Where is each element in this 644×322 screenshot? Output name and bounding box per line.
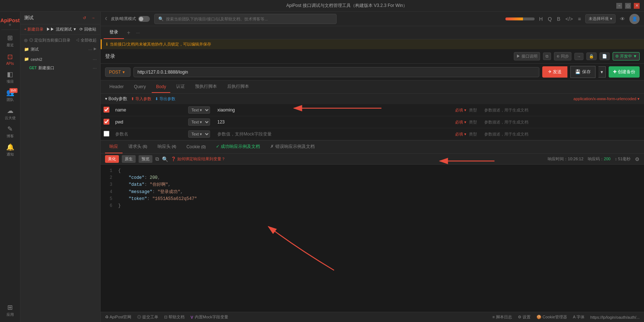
help-doc-link[interactable]: ⊡ 帮助文档 — [164, 314, 185, 320]
param-checkbox-name[interactable] — [104, 107, 109, 113]
save-dropdown-button[interactable]: ▾ — [598, 66, 606, 78]
toggle-switch[interactable] — [138, 16, 150, 22]
tab-pre-script[interactable]: 预执行脚本 — [191, 80, 221, 93]
apipost-website-link[interactable]: ♻ ApiPost官网 — [105, 314, 131, 320]
submit-issue-link[interactable]: ◎ 提交工单 — [137, 314, 158, 320]
tab-auth[interactable]: 认证 — [172, 80, 189, 93]
lock-btn[interactable]: 🔒 — [586, 52, 597, 60]
search-bar[interactable]: 🔍 — [154, 14, 337, 24]
raw-btn[interactable]: 原生 — [122, 155, 136, 163]
sidebar-item-notify[interactable]: 🔔 通知 — [1, 141, 19, 159]
sidebar-item-apis[interactable]: ⊡ APIs — [1, 50, 19, 68]
skin-toggle[interactable]: ☾ 皮肤/暗黑模式 — [105, 16, 150, 22]
api-desc-btn[interactable]: ▶ 接口说明 — [514, 52, 540, 60]
sidebar-item-project[interactable]: ◧ 项目 — [1, 68, 19, 86]
sidebar-item-recent[interactable]: ⊞ 最近 — [1, 32, 19, 50]
eye-icon-btn[interactable]: 👁 — [618, 15, 626, 23]
toolbar-code-btn[interactable]: </> — [564, 15, 574, 23]
locate-item[interactable]: ◎ ◎ 定位到当前接口目录 ◁ 全部收起 — [20, 36, 100, 44]
script-log-link[interactable]: ≡ 脚本日志 — [492, 314, 512, 320]
code-content-6: } — [118, 203, 121, 209]
copy-btn[interactable]: ⧉ — [543, 52, 551, 60]
sync-btn[interactable]: ⊕ 同步 — [554, 52, 571, 60]
url-input[interactable] — [133, 67, 539, 77]
resp-tab-error-example[interactable]: ✗ 错误响应示例及文档 — [266, 141, 319, 153]
minimize-button[interactable]: － — [616, 3, 622, 9]
sidebar-item-blog[interactable]: ✎ 博客 — [1, 123, 19, 141]
preview-btn[interactable]: 预览 — [139, 155, 152, 163]
resp-tab-cookie[interactable]: Cookie (0) — [182, 141, 210, 153]
resp-hint[interactable]: ❓ 如何绑定响应结果到变量？ — [171, 156, 225, 162]
forward-nav-button[interactable]: → — [90, 15, 97, 21]
new-api-more[interactable]: ··· — [93, 65, 97, 71]
flow-test-button[interactable]: ▶▶ 流程测试 ▼ — [46, 27, 77, 32]
content-type-label[interactable]: application/x-www-form-urlencoded ▾ — [574, 97, 640, 101]
send-button[interactable]: ✈ 发送 — [542, 66, 567, 78]
param-value-input-empty[interactable] — [217, 131, 449, 137]
chevron-icon[interactable]: ▶ — [94, 47, 97, 52]
resp-tab-reqheader[interactable]: 请求头 (6) — [124, 141, 152, 153]
recycle-button[interactable]: ⟳ 回收站 — [79, 27, 96, 32]
save-button[interactable]: 💾 保存 — [570, 66, 595, 78]
close-button[interactable]: ✕ — [634, 3, 640, 9]
mock-vars-link[interactable]: V 内置Mock字段变量 — [190, 314, 228, 320]
sidebar-item-apps[interactable]: ⊞ 应用 — [1, 302, 19, 319]
top-bar: ☾ 皮肤/暗黑模式 🔍 H Q B </> ≡ — [101, 12, 644, 26]
cookie-mgr-link[interactable]: 🍪 Cookie管理器 — [536, 314, 567, 320]
toolbar-b-btn[interactable]: B — [555, 15, 562, 23]
sidebar-item-cloud[interactable]: ☁ 云大使 — [1, 105, 19, 122]
param-name-input[interactable] — [115, 107, 182, 113]
param-checkbox-pwd[interactable] — [104, 119, 109, 125]
param-name-input-pwd[interactable] — [115, 119, 182, 125]
resp-tab-success-example[interactable]: ✓ 成功响应示例及文档 — [212, 141, 264, 153]
method-selector[interactable]: POST ▾ — [105, 67, 131, 77]
param-type-select-pwd[interactable]: Text ▾ — [188, 118, 210, 126]
resp-tab-respheader[interactable]: 响应头 (4) — [153, 141, 181, 153]
restore-button[interactable]: □ — [625, 3, 631, 9]
nav-group-header-ceshi2[interactable]: 📁 ceshi2 ··· — [20, 55, 100, 63]
doc-btn[interactable]: 📄 — [600, 52, 610, 60]
export-params-btn[interactable]: ⬇ 导出参数 — [155, 96, 175, 102]
settings-link[interactable]: ⚙ 设置 — [518, 314, 531, 320]
ceshi2-more-icon[interactable]: ··· — [93, 56, 97, 62]
param-name-input-empty[interactable] — [115, 131, 182, 137]
tab-query[interactable]: Query — [129, 81, 150, 93]
resp-search-btn[interactable]: 🔍 — [162, 156, 168, 162]
tab-post-script[interactable]: 后执行脚本 — [223, 80, 253, 93]
tab-login[interactable]: 登录 — [104, 26, 124, 39]
param-check-cell-pwd — [101, 116, 112, 128]
param-checkbox-empty[interactable] — [104, 131, 109, 137]
tab-add-button[interactable]: + — [124, 28, 133, 38]
dev-mode-btn[interactable]: ⚙ 开发中 ▼ — [613, 52, 640, 60]
resp-code: 响应码：200 — [588, 156, 610, 162]
more-icon[interactable]: ··· — [88, 47, 92, 52]
user-avatar[interactable]: 👤 — [629, 14, 640, 24]
nav-group-header-tests[interactable]: 📁 测试 ··· ▶ — [20, 45, 100, 54]
import-params-btn[interactable]: ⬆ 导入参数 — [131, 96, 151, 102]
param-value-input-pwd[interactable] — [217, 119, 449, 125]
env-selector[interactable]: 未选择环境 ▾ — [585, 14, 616, 23]
toolbar-q-btn[interactable]: Q — [546, 15, 553, 23]
param-type-select-name[interactable]: Text ▾ — [188, 106, 210, 114]
line-num-6: 6 — [105, 203, 112, 209]
param-type-select-empty[interactable]: Text ▾ — [188, 130, 210, 138]
beautify-btn[interactable]: 美化 — [105, 155, 119, 163]
resp-settings-btn[interactable]: ⚙ — [635, 156, 640, 162]
new-dir-button[interactable]: + 新建目录 — [24, 27, 43, 32]
create-backup-button[interactable]: ✚ 创建备份 — [609, 66, 640, 78]
sidebar-item-team[interactable]: 协作 👥 团队 — [1, 87, 19, 104]
nav-new-api[interactable]: GET 新建接口 ··· — [20, 64, 100, 72]
search-input[interactable] — [166, 17, 333, 21]
forward-btn[interactable]: → — [574, 53, 583, 60]
charset-link[interactable]: A 字体 — [573, 314, 585, 320]
refresh-button[interactable]: ↺ — [81, 15, 88, 21]
resp-tab-response[interactable]: 响应 — [105, 141, 123, 153]
toolbar-h-btn[interactable]: H — [538, 15, 544, 23]
resp-copy-btn[interactable]: ⧉ — [155, 156, 159, 162]
toolbar-menu-btn[interactable]: ≡ — [577, 15, 582, 23]
tab-header[interactable]: Header — [105, 81, 128, 93]
param-value-input-name[interactable] — [217, 107, 449, 113]
tab-body[interactable]: Body — [152, 81, 170, 93]
sidebar-item-team-label: 团队 — [7, 97, 14, 102]
tab-more-button[interactable]: ··· — [133, 29, 143, 37]
